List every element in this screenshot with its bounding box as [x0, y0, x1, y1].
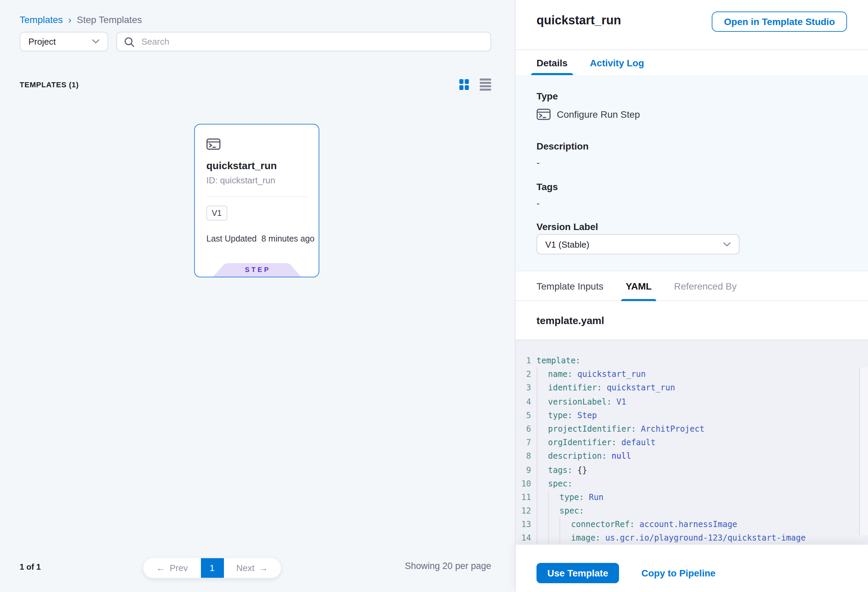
- editor-scrollbar[interactable]: [859, 368, 868, 535]
- code-token: orgIdentifier:: [548, 436, 616, 449]
- terminal-icon: [206, 138, 221, 150]
- code-token: spec:: [548, 477, 572, 490]
- code-token: Step: [572, 409, 597, 422]
- templates-section-row: TEMPLATES (1): [20, 78, 491, 91]
- last-updated-value: 8 minutes ago: [261, 234, 314, 244]
- breadcrumb: Templates › Step Templates: [20, 14, 142, 25]
- line-number: 6: [521, 422, 531, 436]
- line-number: 12: [521, 504, 531, 518]
- code-line: 14image: us.gcr.io/playground-123/quicks…: [521, 531, 868, 545]
- template-card-id: ID: quickstart_run: [206, 175, 275, 185]
- pagination-summary: 1 of 1: [20, 562, 41, 572]
- indent-guide: [536, 381, 548, 395]
- prev-label: Prev: [170, 563, 188, 573]
- search-icon: [124, 36, 134, 47]
- tab-activity-log[interactable]: Activity Log: [590, 50, 644, 75]
- arrow-left-icon: ←: [156, 563, 165, 573]
- code-line: 8description: null: [521, 450, 868, 463]
- code-token: quickstart_run: [602, 381, 675, 395]
- filters-row: Project: [20, 32, 491, 52]
- line-number: 9: [521, 463, 531, 477]
- yaml-tabs: Template Inputs YAML Referenced By: [515, 271, 868, 301]
- template-title: quickstart_run: [536, 13, 621, 28]
- indent-guide: [536, 422, 548, 436]
- tab-details[interactable]: Details: [536, 50, 568, 75]
- grid-view-icon[interactable]: [459, 79, 469, 90]
- step-banner-label: STEP: [213, 266, 301, 273]
- search-input[interactable]: [140, 36, 484, 47]
- tab-yaml[interactable]: YAML: [626, 271, 652, 300]
- last-updated-row: Last Updated 8 minutes ago: [206, 234, 314, 244]
- code-line: 4versionLabel: V1: [521, 395, 868, 408]
- line-number: 10: [521, 477, 531, 490]
- details-header: quickstart_run Open in Template Studio: [515, 0, 868, 50]
- yaml-editor: 1template:2name: quickstart_run3identifi…: [515, 340, 868, 545]
- code-token: default: [616, 436, 655, 449]
- open-in-template-studio-button[interactable]: Open in Template Studio: [712, 12, 847, 32]
- template-card[interactable]: quickstart_run ID: quickstart_run V1 Las…: [194, 124, 319, 278]
- code-token: null: [607, 450, 631, 463]
- copy-to-pipeline-link[interactable]: Copy to Pipeline: [641, 568, 716, 579]
- code-token: type:: [559, 490, 584, 504]
- scope-select[interactable]: Project: [20, 32, 108, 52]
- line-number: 3: [521, 381, 531, 395]
- version-select[interactable]: V1 (Stable): [536, 234, 740, 254]
- version-label: Version Label: [536, 221, 598, 232]
- code-token: Run: [584, 490, 604, 504]
- step-type-banner: STEP: [213, 263, 301, 277]
- type-label: Type: [536, 91, 558, 102]
- breadcrumb-chevron-icon: ›: [68, 14, 71, 25]
- page-1-button[interactable]: 1: [201, 558, 224, 578]
- scope-select-value: Project: [28, 37, 56, 47]
- line-number: 14: [521, 531, 531, 545]
- next-label: Next: [236, 563, 254, 573]
- per-page-label: Showing 20 per page: [405, 561, 491, 571]
- details-content: Type Configure Run Step Description - Ta…: [515, 75, 868, 271]
- search-box: [117, 32, 491, 52]
- use-template-button[interactable]: Use Template: [536, 563, 619, 583]
- indent-guide: [548, 531, 559, 545]
- indent-guide: [548, 518, 559, 531]
- code-line: 11type: Run: [521, 490, 868, 504]
- chevron-down-icon: [723, 242, 731, 247]
- code-token: ArchitProject: [636, 422, 704, 436]
- code-token: us.gcr.io/playground-123/quickstart-imag…: [601, 531, 806, 545]
- line-number: 7: [521, 436, 531, 449]
- details-footer: Use Template Copy to Pipeline: [515, 545, 868, 592]
- template-card-title: quickstart_run: [206, 159, 277, 171]
- indent-guide: [536, 504, 548, 518]
- tab-referenced-by[interactable]: Referenced By: [674, 271, 737, 300]
- card-divider: [206, 196, 307, 197]
- code-token: account.harnessImage: [635, 518, 737, 531]
- next-page-button[interactable]: Next →: [224, 558, 281, 578]
- template-details-panel: quickstart_run Open in Template Studio D…: [515, 0, 868, 592]
- code-line: 1template:: [521, 354, 868, 368]
- details-tabs: Details Activity Log: [515, 50, 868, 75]
- indent-guide: [548, 504, 559, 518]
- templates-count-label: TEMPLATES (1): [20, 81, 79, 89]
- tab-template-inputs[interactable]: Template Inputs: [536, 271, 604, 300]
- code-token: quickstart_run: [572, 368, 646, 381]
- version-badge: V1: [206, 206, 227, 221]
- terminal-icon: [536, 108, 551, 120]
- list-view-icon[interactable]: [480, 78, 491, 91]
- code-token: template:: [536, 354, 580, 368]
- view-toggles: [459, 78, 491, 91]
- chevron-down-icon: [92, 39, 99, 44]
- breadcrumb-templates-link[interactable]: Templates: [20, 14, 63, 25]
- code-line: 3identifier: quickstart_run: [521, 381, 868, 395]
- yaml-file-name: template.yaml: [536, 314, 604, 326]
- code-token: connectorRef:: [571, 518, 635, 531]
- code-line: 7orgIdentifier: default: [521, 436, 868, 449]
- code-token: identifier:: [548, 381, 602, 395]
- breadcrumb-current: Step Templates: [77, 14, 142, 25]
- code-token: description:: [548, 450, 607, 463]
- indent-guide: [536, 436, 548, 449]
- code-line: 2name: quickstart_run: [521, 368, 868, 381]
- prev-page-button[interactable]: ← Prev: [143, 558, 201, 578]
- code-token: tags:: [548, 463, 572, 477]
- indent-guide: [536, 518, 548, 531]
- indent-guide: [536, 368, 548, 381]
- code-token: V1: [611, 395, 626, 408]
- line-number: 8: [521, 450, 531, 463]
